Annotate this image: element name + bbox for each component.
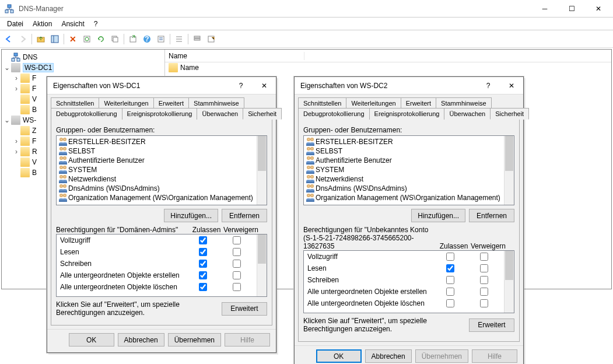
deny-checkbox[interactable] <box>233 260 241 268</box>
principal-row[interactable]: Organization Management (WS\Organization… <box>304 193 504 202</box>
principal-row[interactable]: SELBST <box>304 146 504 156</box>
add-button[interactable]: Hinzufügen... <box>411 209 465 222</box>
tree-twisty-icon[interactable]: ⌄ <box>3 64 11 72</box>
dialog-help-button[interactable]: ? <box>229 77 253 94</box>
tab-stammhinweise[interactable]: Stammhinweise <box>188 97 244 108</box>
tab-ereignisprotokollierung[interactable]: Ereignisprotokollierung <box>369 108 445 120</box>
tab-weiterleitungen[interactable]: Weiterleitungen <box>99 97 153 108</box>
allow-checkbox[interactable] <box>199 248 207 256</box>
tab-sicherheit[interactable]: Sicherheit <box>243 108 282 120</box>
principals-listbox[interactable]: ERSTELLER-BESITZERSELBSTAuthentifizierte… <box>56 135 267 205</box>
help-button[interactable]: Hilfe <box>225 333 270 346</box>
scrollbar[interactable] <box>504 136 514 205</box>
principal-row[interactable]: SYSTEM <box>304 165 504 174</box>
cancel-button[interactable]: Abbrechen <box>365 349 412 363</box>
dialog-close-button[interactable]: ✕ <box>253 77 276 94</box>
tree-twisty-icon[interactable]: › <box>12 137 20 145</box>
deny-checkbox[interactable] <box>233 283 241 291</box>
tree-twisty-icon[interactable]: › <box>12 85 20 93</box>
list-header[interactable]: Name <box>165 50 611 62</box>
tab-stammhinweise[interactable]: Stammhinweise <box>436 97 492 108</box>
principal-row[interactable]: Netzwerkdienst <box>304 174 504 184</box>
view-list-icon[interactable] <box>173 33 185 46</box>
tab-überwachen[interactable]: Überwachen <box>444 108 491 120</box>
tab-schnittstellen[interactable]: Schnittstellen <box>298 97 346 108</box>
dialog-titlebar[interactable]: Eigenschaften von WS-DC2 ? ✕ <box>295 77 523 94</box>
list-item[interactable]: Name <box>165 62 611 73</box>
apply-button[interactable]: Übernehmen <box>415 349 468 363</box>
menu-action[interactable]: Aktion <box>28 19 57 29</box>
principal-row[interactable]: DnsAdmins (WS\DnsAdmins) <box>304 184 504 193</box>
properties-icon[interactable] <box>155 33 167 46</box>
tab-erweitert[interactable]: Erweitert <box>401 97 436 108</box>
remove-button[interactable]: Entfernen <box>222 209 267 222</box>
export-icon[interactable] <box>127 33 139 46</box>
tree-row[interactable]: ⌄WS-DC1 <box>3 62 163 73</box>
dialog-help-button[interactable]: ? <box>477 77 500 94</box>
apply-button[interactable]: Übernehmen <box>168 333 221 346</box>
tab-debugprotokollierung[interactable]: Debugprotokollierung <box>298 108 370 120</box>
principal-row[interactable]: DnsAdmins (WS\DnsAdmins) <box>57 184 257 193</box>
scrollbar[interactable] <box>504 251 514 313</box>
help-button[interactable]: Hilfe <box>472 349 517 363</box>
tab-debugprotokollierung[interactable]: Debugprotokollierung <box>51 108 122 120</box>
scrollbar[interactable] <box>257 136 267 205</box>
allow-checkbox[interactable] <box>199 260 207 268</box>
deny-checkbox[interactable] <box>480 253 488 261</box>
tree-twisty-icon[interactable]: ⌄ <box>3 116 11 124</box>
tab-erweitert[interactable]: Erweitert <box>153 97 189 108</box>
tab-überwachen[interactable]: Überwachen <box>197 108 243 120</box>
tab-schnittstellen[interactable]: Schnittstellen <box>51 97 99 108</box>
allow-checkbox[interactable] <box>199 236 207 244</box>
tree-twisty-icon[interactable]: › <box>12 74 20 82</box>
view-details-icon[interactable] <box>191 33 204 46</box>
minimize-button[interactable]: ─ <box>531 0 558 18</box>
permissions-listbox[interactable]: VollzugriffLesenSchreibenAlle untergeord… <box>56 234 267 297</box>
deny-checkbox[interactable] <box>233 236 241 244</box>
principal-row[interactable]: ERSTELLER-BESITZER <box>57 137 257 146</box>
deny-checkbox[interactable] <box>233 248 241 256</box>
tab-weiterleitungen[interactable]: Weiterleitungen <box>346 97 401 108</box>
pane-icon[interactable] <box>48 33 61 46</box>
principal-row[interactable]: SYSTEM <box>57 165 257 174</box>
principal-row[interactable]: Organization Management (WS\Organization… <box>57 193 257 202</box>
deny-checkbox[interactable] <box>480 299 488 307</box>
menu-view[interactable]: Ansicht <box>57 19 89 29</box>
tab-sicherheit[interactable]: Sicherheit <box>490 108 529 120</box>
ok-button[interactable]: OK <box>316 349 362 363</box>
allow-checkbox[interactable] <box>446 253 454 261</box>
dialog-titlebar[interactable]: Eigenschaften von WS-DC1 ? ✕ <box>47 77 276 94</box>
deny-checkbox[interactable] <box>480 288 488 296</box>
ok-button[interactable]: OK <box>69 333 114 346</box>
view-new-icon[interactable] <box>205 33 218 46</box>
tree-twisty-icon[interactable]: › <box>12 148 20 156</box>
allow-checkbox[interactable] <box>446 299 454 307</box>
allow-checkbox[interactable] <box>199 283 207 291</box>
allow-checkbox[interactable] <box>446 288 454 296</box>
principal-row[interactable]: SELBST <box>57 146 257 156</box>
tree-root[interactable]: DNS <box>3 52 163 62</box>
copy-icon[interactable] <box>108 33 121 46</box>
deny-checkbox[interactable] <box>480 276 488 284</box>
deny-checkbox[interactable] <box>480 264 488 272</box>
folder-up-icon[interactable] <box>34 33 47 46</box>
scrollbar[interactable] <box>257 235 267 296</box>
menu-file[interactable]: Datei <box>2 19 28 29</box>
refresh-icon[interactable] <box>80 33 93 46</box>
forward-icon[interactable] <box>16 33 29 46</box>
allow-checkbox[interactable] <box>446 264 454 272</box>
remove-button[interactable]: Entfernen <box>469 209 514 222</box>
allow-checkbox[interactable] <box>199 271 207 279</box>
deny-checkbox[interactable] <box>233 271 241 279</box>
advanced-button[interactable]: Erweitert <box>469 318 514 332</box>
tab-ereignisprotokollierung[interactable]: Ereignisprotokollierung <box>122 108 198 120</box>
delete-icon[interactable]: ✕ <box>66 33 79 46</box>
principal-row[interactable]: Authentifizierte Benutzer <box>304 156 504 165</box>
dialog-close-button[interactable]: ✕ <box>500 77 523 94</box>
maximize-button[interactable]: ☐ <box>558 0 585 18</box>
back-icon[interactable] <box>2 33 15 46</box>
refresh-all-icon[interactable] <box>94 33 107 46</box>
principals-listbox[interactable]: ERSTELLER-BESITZERSELBSTAuthentifizierte… <box>303 135 514 205</box>
principal-row[interactable]: Authentifizierte Benutzer <box>57 156 257 165</box>
list-col-name[interactable]: Name <box>169 52 304 60</box>
